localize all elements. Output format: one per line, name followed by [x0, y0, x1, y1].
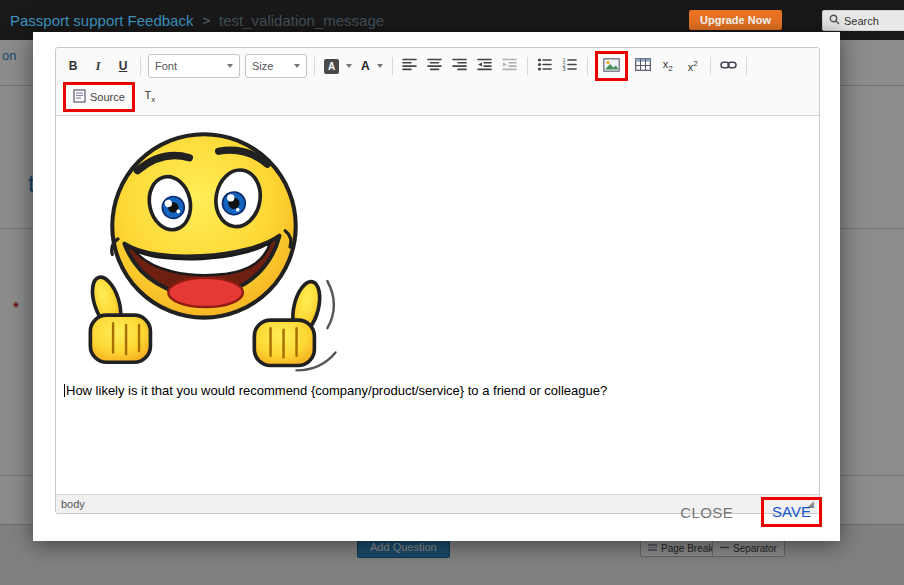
text-cursor — [64, 384, 65, 397]
highlight-box-save: SAVE — [761, 497, 822, 527]
upgrade-now-button[interactable]: Upgrade Now — [689, 10, 782, 30]
align-right-button[interactable] — [448, 55, 472, 77]
breadcrumb-root-link[interactable]: Passport support Feedback — [10, 12, 193, 29]
size-dropdown[interactable]: Size — [245, 54, 307, 78]
search-input[interactable]: Search — [822, 10, 904, 31]
highlight-box-image — [595, 51, 628, 81]
align-center-icon — [427, 58, 442, 74]
text-color-button[interactable]: A — [320, 55, 356, 77]
outdent-icon — [477, 58, 492, 74]
subscript-label: x2 — [663, 58, 673, 73]
italic-button[interactable]: I — [86, 55, 110, 77]
source-button[interactable]: Source — [67, 86, 131, 108]
ckeditor: B I U Font Size A A — [55, 47, 820, 514]
underline-button[interactable]: U — [111, 55, 135, 77]
superscript-label: x2 — [688, 59, 698, 73]
align-right-icon — [452, 58, 467, 74]
toolbar-separator — [746, 57, 747, 75]
numbered-list-button[interactable]: 123 — [558, 55, 582, 77]
toolbar-separator — [392, 57, 393, 75]
editor-content-area[interactable]: How likely is it that you would recommen… — [56, 116, 819, 494]
remove-format-button[interactable]: Tx — [138, 86, 162, 108]
table-icon — [635, 58, 651, 74]
element-path-label[interactable]: body — [61, 498, 85, 510]
chevron-down-icon — [377, 64, 383, 68]
question-text[interactable]: How likely is it that you would recommen… — [64, 382, 811, 399]
link-icon — [720, 59, 737, 73]
breadcrumb-current: test_validation_message — [219, 12, 384, 29]
align-left-button[interactable] — [398, 55, 422, 77]
chevron-down-icon — [346, 64, 352, 68]
dialog-footer: CLOSE SAVE — [680, 497, 822, 527]
align-center-button[interactable] — [423, 55, 447, 77]
background-color-letter: A — [361, 59, 370, 73]
font-dropdown-label: Font — [155, 60, 177, 72]
bulleted-list-icon — [537, 58, 552, 74]
bulleted-list-button[interactable] — [533, 55, 557, 77]
remove-format-label: Tx — [144, 89, 155, 104]
source-icon — [73, 89, 86, 105]
font-dropdown[interactable]: Font — [148, 54, 240, 78]
chevron-down-icon — [294, 64, 300, 68]
rich-text-editor-dialog: B I U Font Size A A — [33, 32, 840, 541]
text-color-swatch: A — [324, 59, 339, 74]
align-left-icon — [402, 58, 417, 74]
editor-toolbar: B I U Font Size A A — [56, 48, 819, 116]
insert-image-button[interactable] — [599, 55, 624, 77]
toolbar-separator — [140, 57, 141, 75]
toolbar-separator — [710, 57, 711, 75]
search-placeholder-label: Search — [844, 15, 879, 27]
insert-table-button[interactable] — [631, 55, 655, 77]
superscript-button[interactable]: x2 — [681, 55, 705, 77]
save-button[interactable]: SAVE — [772, 503, 811, 520]
indent-icon — [502, 58, 517, 74]
toolbar-separator — [314, 57, 315, 75]
bold-button[interactable]: B — [61, 55, 85, 77]
screen: Passport support Feedback > test_validat… — [0, 0, 904, 585]
search-icon — [829, 14, 840, 27]
size-dropdown-label: Size — [252, 60, 273, 72]
chevron-down-icon — [227, 64, 233, 68]
svg-text:3: 3 — [563, 66, 566, 71]
image-icon — [603, 58, 620, 75]
numbered-list-icon: 123 — [562, 58, 577, 74]
close-button[interactable]: CLOSE — [680, 504, 733, 521]
highlight-box-source: Source — [63, 82, 135, 112]
breadcrumb-separator: > — [202, 13, 210, 28]
outdent-button[interactable] — [473, 55, 497, 77]
indent-button[interactable] — [498, 55, 522, 77]
background-color-button[interactable]: A — [357, 55, 387, 77]
subscript-button[interactable]: x2 — [656, 55, 680, 77]
toolbar-separator — [587, 57, 588, 75]
smiley-thumbs-up-image[interactable] — [66, 122, 342, 374]
toolbar-separator — [527, 57, 528, 75]
insert-link-button[interactable] — [716, 55, 741, 77]
source-label: Source — [90, 91, 125, 103]
